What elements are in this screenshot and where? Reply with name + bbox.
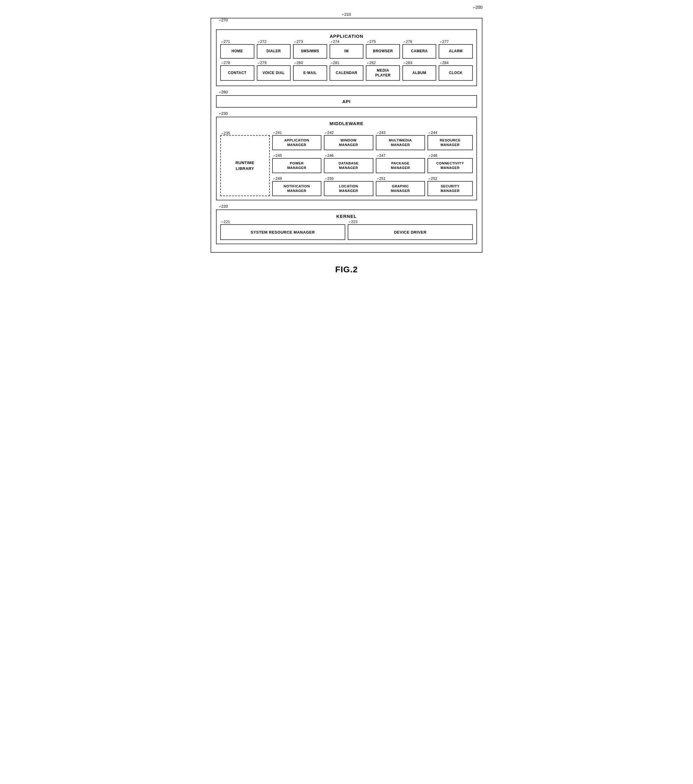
application-ref: ⌐270 <box>219 18 228 22</box>
mw-locationmanager: ⌐250 LOCATIONMANAGER <box>324 181 373 196</box>
mw-appmanager: ⌐241 APPLICATIONMANAGER <box>272 135 322 150</box>
mw-securitymanager: ⌐252 SECURITYMANAGER <box>427 181 473 196</box>
ref-275: ⌐275 <box>367 40 376 44</box>
app-calendar: ⌐281 CALENDAR <box>330 65 364 81</box>
ref-276: ⌐276 <box>404 40 412 44</box>
ref-235: ⌐235 <box>222 130 230 136</box>
ref-280: ⌐280 <box>294 61 303 66</box>
main-ref-label: ⌐210 <box>210 12 483 16</box>
app-browser: ⌐275 BROWSER <box>366 44 400 59</box>
app-dialer: ⌐272 DIALER <box>257 44 291 59</box>
kernel-section-wrapper: ⌐220 KERNEL ⌐221 SYSTEM RESOURCE MANAGER… <box>216 203 477 244</box>
ref-278: ⌐278 <box>222 61 230 66</box>
kernel-sysresource: ⌐221 SYSTEM RESOURCE MANAGER <box>220 224 345 240</box>
middleware-section-wrapper: ⌐230 MIDDLEWARE ⌐241 APPLICATIONMANAGER … <box>216 110 477 200</box>
runtime-library: ⌐235 RUNTIMELIBRARY <box>220 135 270 196</box>
api-ref: ⌐260 <box>219 90 228 94</box>
main-diagram: ⌐270 APPLICATION ⌐271 HOME ⌐272 DIALER ⌐… <box>210 18 483 253</box>
kernel-label: KERNEL <box>220 214 473 219</box>
ref-243: ⌐243 <box>377 130 386 135</box>
mw-windowmanager: ⌐242 WINDOWMANAGER <box>324 135 373 150</box>
outer-ref-label: ⌐200 <box>473 5 483 10</box>
mw-resourcemanager: ⌐244 RESOURCEMANAGER <box>427 135 473 150</box>
kernel-grid: ⌐221 SYSTEM RESOURCE MANAGER ⌐223 DEVICE… <box>220 224 473 240</box>
ref-271: ⌐271 <box>222 40 230 44</box>
ref-282: ⌐282 <box>367 61 376 66</box>
ref-244: ⌐244 <box>429 130 437 135</box>
app-im: ⌐274 IM <box>330 44 364 59</box>
app-row-1: ⌐271 HOME ⌐272 DIALER ⌐273 SMS/MMS ⌐274 … <box>220 44 473 59</box>
ref-249: ⌐249 <box>273 176 282 181</box>
ref-246: ⌐246 <box>325 153 334 158</box>
app-voicedial: ⌐279 VOICE DIAL <box>257 65 291 81</box>
app-contact: ⌐278 CONTACT <box>220 65 255 81</box>
app-alarm: ⌐277 ALARM <box>438 44 473 59</box>
app-clock: ⌐284 CLOCK <box>438 65 473 81</box>
mw-graphicmanager: ⌐251 GRAPHICMANAGER <box>376 181 425 196</box>
app-camera: ⌐276 CAMERA <box>402 44 437 59</box>
ref-283: ⌐283 <box>404 61 412 66</box>
ref-251: ⌐251 <box>377 176 386 181</box>
ref-274: ⌐274 <box>331 40 340 44</box>
app-mediaplayer: ⌐282 MEDIAPLAYER <box>366 65 400 81</box>
application-section: ⌐270 APPLICATION ⌐271 HOME ⌐272 DIALER ⌐… <box>216 23 477 86</box>
mw-connectivitymanager: ⌐248 CONNECTIVITYMANAGER <box>427 158 473 173</box>
kernel-box: KERNEL ⌐221 SYSTEM RESOURCE MANAGER ⌐223… <box>216 209 477 244</box>
app-email: ⌐280 E-MAIL <box>293 65 327 81</box>
app-album: ⌐283 ALBUM <box>402 65 437 81</box>
app-home: ⌐271 HOME <box>220 44 255 59</box>
fig-label: FIG.2 <box>210 265 483 274</box>
middleware-grid: ⌐241 APPLICATIONMANAGER ⌐242 WINDOWMANAG… <box>220 130 473 196</box>
page-wrapper: ⌐200 ⌐210 ⌐270 APPLICATION ⌐271 HOME ⌐27… <box>210 12 483 274</box>
ref-250: ⌐250 <box>325 176 334 181</box>
ref-245: ⌐245 <box>273 153 282 158</box>
ref-272: ⌐272 <box>258 40 267 44</box>
application-label: APPLICATION <box>220 33 473 39</box>
mw-databasemanager: ⌐246 DATABASEMANAGER <box>324 158 373 173</box>
middleware-ref: ⌐230 <box>219 111 228 116</box>
ref-223: ⌐223 <box>349 220 358 224</box>
ref-252: ⌐252 <box>429 176 437 181</box>
middleware-box: MIDDLEWARE ⌐241 APPLICATIONMANAGER ⌐242 … <box>216 117 477 200</box>
kernel-ref: ⌐220 <box>219 204 228 209</box>
api-box: API <box>216 95 477 108</box>
mw-notificationmanager: ⌐249 NOTIFICATIONMANAGER <box>272 181 322 196</box>
ref-247: ⌐247 <box>377 153 386 158</box>
ref-248: ⌐248 <box>429 153 437 158</box>
ref-221: ⌐221 <box>222 220 230 224</box>
api-label: API <box>342 99 351 104</box>
mw-packagemanager: ⌐247 PACKAGEMANAGER <box>376 158 425 173</box>
ref-277: ⌐277 <box>440 40 448 44</box>
mw-multimediamanager: ⌐243 MULTIMEDIAMANAGER <box>376 135 425 150</box>
ref-241: ⌐241 <box>273 130 282 135</box>
ref-279: ⌐279 <box>258 61 267 66</box>
ref-284: ⌐284 <box>440 61 448 66</box>
app-smsmms: ⌐273 SMS/MMS <box>293 44 327 59</box>
api-section-wrapper: ⌐260 API <box>216 89 477 108</box>
application-box: APPLICATION ⌐271 HOME ⌐272 DIALER ⌐273 S… <box>216 29 477 86</box>
ref-281: ⌐281 <box>331 61 340 66</box>
ref-273: ⌐273 <box>294 40 303 44</box>
app-row-2: ⌐278 CONTACT ⌐279 VOICE DIAL ⌐280 E-MAIL… <box>220 65 473 81</box>
mw-powermanager: ⌐245 POWERMANAGER <box>272 158 322 173</box>
kernel-devicedriver: ⌐223 DEVICE DRIVER <box>348 224 473 240</box>
ref-242: ⌐242 <box>325 130 334 135</box>
middleware-label: MIDDLEWARE <box>220 121 473 126</box>
